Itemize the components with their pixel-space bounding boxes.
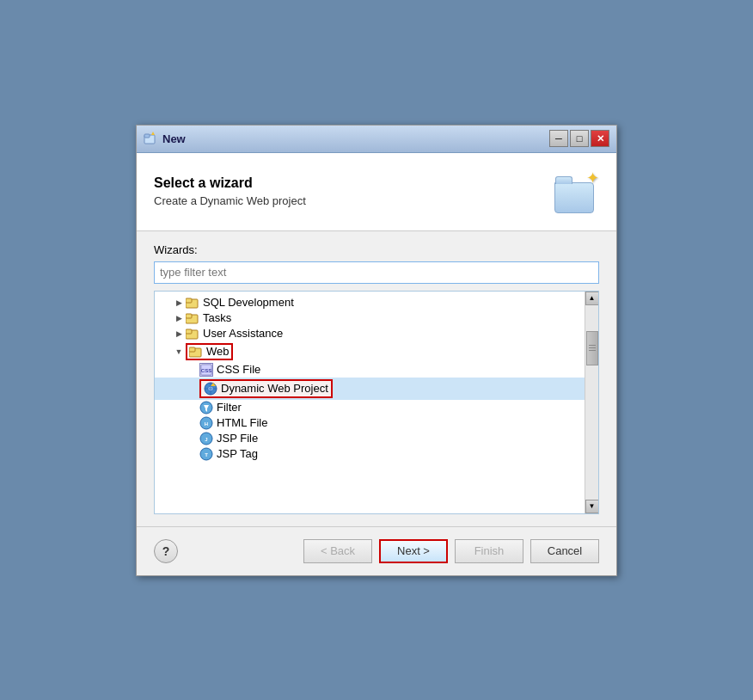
star-icon: ✦ (586, 169, 599, 187)
tree-container: ▶ SQL Development ▶ (154, 291, 599, 514)
maximize-button[interactable]: □ (570, 130, 589, 147)
css-file-icon: CSS (199, 363, 213, 377)
svg-rect-8 (186, 329, 192, 334)
svg-rect-1 (144, 134, 150, 138)
tree-content: ▶ SQL Development ▶ (155, 292, 585, 513)
tree-label-jsp-file: JSP File (217, 432, 258, 445)
tree-item-web[interactable]: ▼ Web (155, 341, 585, 362)
page-title: Select a wizard (154, 175, 306, 191)
tree-toggle-sql[interactable]: ▶ (172, 296, 186, 310)
window-icon (144, 132, 157, 145)
tree-label-html-file: HTML File (217, 416, 267, 429)
finish-button[interactable]: Finish (455, 539, 523, 563)
filter-input[interactable] (154, 261, 599, 284)
tree-label-web: Web (206, 345, 230, 358)
tree-label-tasks: Tasks (203, 311, 231, 324)
tree-item-tasks[interactable]: ▶ Tasks (155, 310, 585, 326)
buttons-row: ? < Back Next > Finish Cancel (154, 539, 599, 563)
tree-item-filter[interactable]: ▶ Filter (155, 400, 585, 415)
tree-label-jsp-tag: JSP Tag (217, 447, 258, 460)
tree-toggle-tasks[interactable]: ▶ (172, 311, 186, 325)
header-section: Select a wizard Create a Dynamic Web pro… (137, 153, 616, 231)
tree-item-jsp-file[interactable]: ▶ J JSP File (155, 431, 585, 446)
jsp-file-icon: J (199, 432, 213, 445)
scroll-down-button[interactable]: ▼ (585, 500, 599, 513)
tree-toggle-user-assistance[interactable]: ▶ (172, 327, 186, 341)
tree-item-user-assistance[interactable]: ▶ User Assistance (155, 326, 585, 341)
scroll-grip-line-2 (589, 347, 596, 348)
footer-section: ? < Back Next > Finish Cancel (137, 526, 616, 575)
wizards-label: Wizards: (154, 243, 599, 256)
tree-label-sql: SQL Development (203, 296, 294, 309)
scroll-track (585, 305, 598, 500)
tree-label-dynamic-web-project: Dynamic Web Project (221, 382, 328, 395)
svg-text:T: T (205, 452, 208, 457)
dynamic-web-project-icon (204, 382, 217, 396)
content-section: Wizards: ▶ SQL Development (137, 231, 616, 526)
folder-icon-sql (186, 296, 199, 310)
cancel-button[interactable]: Cancel (530, 539, 599, 563)
page-subtitle: Create a Dynamic Web project (154, 194, 306, 207)
jsp-tag-icon: T (199, 447, 213, 461)
folder-icon-tasks (186, 311, 199, 325)
tree-label-filter: Filter (217, 401, 242, 414)
tree-toggle-web[interactable]: ▼ (172, 345, 186, 359)
header-icon: ✦ (553, 169, 599, 215)
svg-text:H: H (205, 421, 208, 427)
svg-rect-10 (189, 347, 195, 352)
dialog-window: New ─ □ ✕ Select a wizard Create a Dynam… (136, 125, 617, 576)
web-label-box: Web (186, 343, 233, 360)
window-title: New (162, 132, 549, 145)
back-button[interactable]: < Back (303, 539, 372, 563)
close-button[interactable]: ✕ (591, 130, 609, 147)
svg-marker-2 (151, 132, 155, 135)
tree-scrollbar[interactable]: ▲ ▼ (585, 292, 598, 513)
dynamic-web-project-box: Dynamic Web Project (199, 379, 333, 398)
tree-item-dynamic-web-project[interactable]: ▶ Dynamic Web Project (155, 378, 585, 400)
svg-rect-4 (186, 298, 192, 303)
tree-item-css-file[interactable]: ▶ CSS CSS File (155, 362, 585, 378)
scroll-thumb[interactable] (586, 331, 598, 365)
scroll-up-button[interactable]: ▲ (585, 292, 599, 305)
filter-item-icon (199, 401, 213, 414)
tree-item-jsp-tag[interactable]: ▶ T JSP Tag (155, 446, 585, 462)
header-text: Select a wizard Create a Dynamic Web pro… (154, 175, 306, 207)
minimize-button[interactable]: ─ (549, 130, 568, 147)
scroll-grip-line (589, 345, 596, 346)
tree-item-html-file[interactable]: ▶ H HTML File (155, 415, 585, 431)
title-bar-buttons: ─ □ ✕ (549, 130, 609, 147)
title-bar: New ─ □ ✕ (137, 126, 616, 153)
html-file-icon: H (199, 416, 213, 430)
folder-icon-user-assistance (186, 327, 199, 341)
help-button[interactable]: ? (154, 539, 178, 563)
tree-label-css-file: CSS File (217, 363, 260, 376)
next-button[interactable]: Next > (379, 539, 448, 563)
folder-icon-web (189, 345, 203, 359)
scroll-grip-line-3 (589, 350, 596, 351)
svg-text:CSS: CSS (201, 366, 212, 372)
svg-text:J: J (205, 437, 207, 442)
tree-item-sql[interactable]: ▶ SQL Development (155, 295, 585, 310)
svg-rect-6 (186, 314, 192, 318)
tree-label-user-assistance: User Assistance (203, 327, 283, 340)
